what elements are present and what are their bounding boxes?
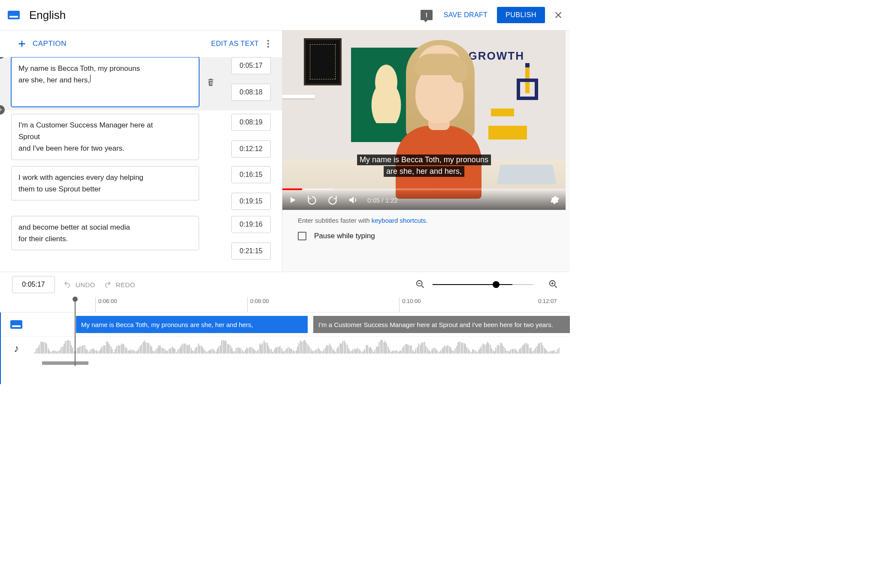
delete-caption-icon[interactable] [206,77,215,87]
caption-text-input[interactable]: I'm a Customer Success Manager here at S… [11,114,199,160]
caption-end-time[interactable]: 0:19:15 [231,193,271,210]
close-icon[interactable] [554,10,563,20]
undo-button[interactable]: UNDO [63,281,95,288]
pause-while-typing-checkbox[interactable] [298,232,306,240]
caption-list[interactable]: + + My name is Becca Toth, my pronouns a… [0,57,282,272]
timeline-footer: 0:05:17 UNDO REDO 0:06:00 0:08:00 0:10: [0,272,570,384]
zoom-in-icon[interactable] [548,279,558,290]
keyboard-shortcuts-link[interactable]: keyboard shortcuts [372,217,426,224]
redo-button[interactable]: REDO [103,281,135,288]
audio-track-icon: ♪ [1,342,32,355]
page-title: English [29,9,66,22]
insert-below-icon[interactable]: + [0,105,5,115]
video-caption-overlay: My name is Becca Toth, my pronouns are s… [357,154,491,177]
caption-row: I work with agencies every day helping t… [11,166,271,210]
video-frame-illustration: GROWTH [282,30,566,210]
caption-start-time[interactable]: 0:05:17 [231,57,271,74]
zoom-controls [415,279,558,290]
caption-end-time[interactable]: 0:12:12 [231,140,271,158]
timeline-segment[interactable]: I'm a Customer Success Manager here at S… [313,316,570,333]
caption-text-input[interactable]: and become better at social media for th… [11,216,199,250]
ruler-tick-label: 0:10:00 [402,298,421,304]
video-time-label: 0:05 / 1:22 [367,197,398,204]
caption-track-icon [10,320,22,329]
insert-above-icon[interactable]: + [0,57,5,59]
caption-toolbar: CAPTION EDIT AS TEXT [0,30,282,57]
pause-while-typing-label: Pause while typing [314,232,375,240]
caption-row: I'm a Customer Success Manager here at S… [11,114,271,160]
caption-text-input[interactable]: I work with agencies every day helping t… [11,166,199,200]
caption-start-time[interactable]: 0:19:16 [231,216,271,233]
timeline-segment[interactable]: My name is Becca Toth, my pronouns are s… [76,316,308,333]
rewind-10-icon[interactable] [306,194,318,206]
caption-editor-pane: CAPTION EDIT AS TEXT + + My name is Becc… [0,30,282,272]
caption-row: + + My name is Becca Toth, my pronouns a… [0,57,282,110]
caption-row: and become better at social media for th… [11,216,271,260]
play-icon[interactable] [288,195,297,205]
caption-end-time[interactable]: 0:21:15 [231,242,271,260]
audio-waveform[interactable] [32,340,570,357]
timeline-ruler[interactable]: 0:06:00 0:08:00 0:10:00 0:12:07 [0,297,570,312]
zoom-slider[interactable] [433,284,512,285]
forward-10-icon[interactable] [327,194,338,206]
volume-icon[interactable] [348,195,358,205]
preview-pane: GROWTH My name is Becca Toth, my pronoun… [282,30,570,272]
caption-end-time[interactable]: 0:08:18 [231,84,271,101]
feedback-icon[interactable]: ! [421,10,433,20]
playhead-time-input[interactable]: 0:05:17 [12,276,55,293]
save-draft-button[interactable]: SAVE DRAFT [444,11,487,19]
captions-app-icon [8,11,20,19]
shortcuts-hint: Enter subtitles faster with keyboard sho… [282,210,570,228]
add-caption-label: CAPTION [33,39,67,48]
scrollbar-thumb[interactable] [42,361,88,365]
ruler-tick-label: 0:08:00 [250,298,269,304]
add-caption-button[interactable]: CAPTION [17,39,67,48]
audio-track: ♪ [1,336,570,361]
edit-as-text-button[interactable]: EDIT AS TEXT [211,40,259,48]
ruler-tick-label: 0:06:00 [98,298,117,304]
more-menu-icon[interactable] [266,38,271,49]
zoom-slider-thumb[interactable] [493,281,500,288]
video-player[interactable]: GROWTH My name is Becca Toth, my pronoun… [282,30,566,210]
ruler-tick-label: 0:12:07 [538,298,557,304]
caption-track: My name is Becca Toth, my pronouns are s… [1,312,570,336]
video-controls: 0:05 / 1:22 [282,190,566,210]
caption-text-input[interactable]: My name is Becca Toth, my pronouns are s… [11,57,199,107]
zoom-out-icon[interactable] [415,279,425,290]
settings-gear-icon[interactable] [550,195,560,205]
timeline-horizontal-scrollbar[interactable] [1,361,570,366]
caption-start-time[interactable]: 0:16:15 [231,166,271,183]
publish-button[interactable]: PUBLISH [497,7,545,23]
app-header: English ! SAVE DRAFT PUBLISH [0,0,570,30]
caption-start-time[interactable]: 0:08:19 [231,114,271,131]
pause-while-typing-row: Pause while typing [282,228,570,244]
